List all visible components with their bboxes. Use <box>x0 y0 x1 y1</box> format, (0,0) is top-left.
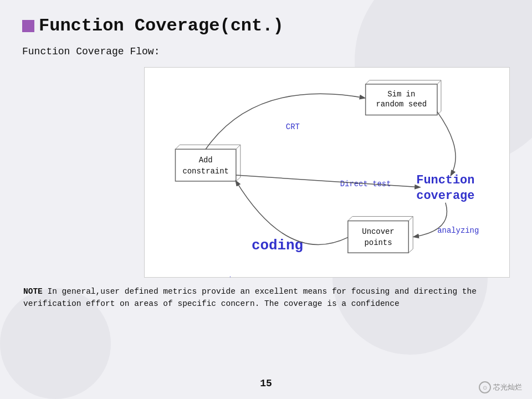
svg-text:CRT: CRT <box>286 122 300 131</box>
watermark-text: 芯光灿烂 <box>493 382 522 392</box>
note-area: NOTE In general,user defined metrics pro… <box>22 285 510 310</box>
note-text: In general,user defined metrics provide … <box>23 287 477 308</box>
slide: Function Coverage(cnt.) Function Coverag… <box>0 0 532 399</box>
note-bold: NOTE <box>23 287 43 296</box>
svg-text:Sim in: Sim in <box>387 90 415 99</box>
diagram-svg: Sim in random seed Add constraint Functi… <box>145 68 509 277</box>
slide-title: Function Coverage(cnt.) <box>39 16 284 36</box>
diagram-container: Sim in random seed Add constraint Functi… <box>144 67 510 278</box>
svg-text:Uncover: Uncover <box>362 227 394 236</box>
svg-text:points: points <box>364 238 392 247</box>
watermark-icon: ⊙ <box>479 381 491 393</box>
svg-text:Add: Add <box>199 156 213 165</box>
svg-text:analyzing: analyzing <box>437 226 479 235</box>
slide-subtitle: Function Coverage Flow: <box>22 46 510 57</box>
page-number: 15 <box>260 378 272 389</box>
svg-text:Function: Function <box>416 173 474 187</box>
svg-text:random seed: random seed <box>376 100 427 109</box>
svg-text:Random: Random <box>213 276 241 277</box>
slide-content: Function Coverage(cnt.) Function Coverag… <box>0 0 532 399</box>
svg-rect-9 <box>175 149 236 181</box>
watermark: ⊙ 芯光灿烂 <box>479 381 522 393</box>
svg-text:constraint: constraint <box>182 167 228 176</box>
svg-rect-19 <box>348 221 408 253</box>
svg-text:coverage: coverage <box>416 189 474 203</box>
title-icon <box>22 20 34 32</box>
title-row: Function Coverage(cnt.) <box>22 16 510 36</box>
